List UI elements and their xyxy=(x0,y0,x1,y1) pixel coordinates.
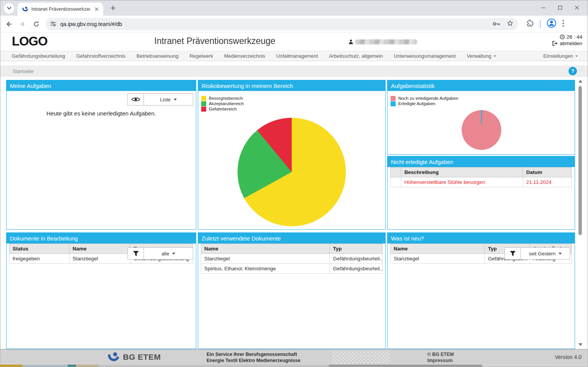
legend-swatch xyxy=(201,107,206,112)
chevron-down-icon xyxy=(575,55,578,57)
close-icon xyxy=(95,7,99,11)
filter-funnel-icon xyxy=(510,251,516,257)
reload-button[interactable] xyxy=(31,19,42,29)
liste-dropdown[interactable]: Liste xyxy=(144,94,193,105)
column-header[interactable]: Name xyxy=(69,244,131,254)
puzzle-icon xyxy=(527,19,534,27)
url-bar[interactable]: qa.ipw.gbv.msg.team/#/db xyxy=(45,18,518,30)
column-header[interactable]: Datum xyxy=(523,167,572,177)
table-row[interactable]: Höhenverstellbare Stühle besorgen 21.11.… xyxy=(391,177,572,187)
site-settings-icon xyxy=(50,21,57,27)
panel-title: Meine Aufgaben xyxy=(6,80,196,91)
panel-zuletzt-verwendete-dokumente: Zuletzt verwendete Dokumente Name Typ St… xyxy=(198,232,386,349)
panel-title: Dokumente in Bearbeitung xyxy=(6,233,196,244)
dokumente-controls: alle xyxy=(128,247,193,260)
panel-title: Aufgabenstatistik xyxy=(388,80,575,91)
column-header[interactable]: Name xyxy=(391,244,485,254)
panel-title: Nicht erledigte Aufgaben xyxy=(388,156,575,167)
chevron-down-icon xyxy=(559,253,562,255)
filter-button[interactable] xyxy=(128,248,144,259)
maximize-icon xyxy=(558,5,562,10)
nav-item-gefaehrdungsbeurteilung[interactable]: Gefährdungsbeurteilung xyxy=(12,53,65,59)
panel-title: Zuletzt verwendete Dokumente xyxy=(198,233,385,244)
seit-gestern-dropdown[interactable]: seit Gestern xyxy=(521,248,570,259)
tasks-pie-legend: Noch zu erledigende Aufgaben Erledigte A… xyxy=(391,96,458,107)
window-minimize-button[interactable] xyxy=(541,5,546,11)
meine-aufgaben-controls: Liste xyxy=(128,93,193,106)
was-ist-neu-controls: seit Gestern xyxy=(504,247,570,260)
url-text: qa.ipw.gbv.msg.team/#/db xyxy=(60,21,493,27)
nav-item-unfallmanagement[interactable]: Unfallmanagement xyxy=(276,53,318,59)
table-row[interactable]: Stanztiegel Gefährdungsbeurteil... xyxy=(201,254,383,264)
bottom-decoration-strip xyxy=(0,365,588,367)
dashboard: Meine Aufgaben Liste Heute gibt es keine… xyxy=(0,77,588,349)
password-key-icon[interactable] xyxy=(493,21,501,28)
column-header[interactable]: Typ xyxy=(330,244,383,254)
breadcrumb-bar: Startseite xyxy=(0,65,588,77)
panel-dokumente-in-bearbeitung: Dokumente in Bearbeitung alle xyxy=(6,232,196,349)
nav-item-verwaltung[interactable]: Verwaltung xyxy=(467,53,496,59)
key-icon xyxy=(493,22,501,26)
chevron-down-icon xyxy=(172,253,175,255)
nav-item-betriebsanweisung[interactable]: Betriebsanweisung xyxy=(137,53,179,59)
panel-title: Was ist neu? xyxy=(388,233,575,244)
scrollbar-up-arrow[interactable] xyxy=(578,80,582,83)
back-button[interactable] xyxy=(3,19,14,29)
nav-item-regelwerk[interactable]: Regelwerk xyxy=(189,53,213,59)
person-icon xyxy=(349,39,353,44)
column-header[interactable]: Beschreibung xyxy=(401,167,523,177)
browser-toolbar: qa.ipw.gbv.msg.team/#/db xyxy=(0,16,588,32)
scrollbar-down-arrow[interactable] xyxy=(578,343,582,346)
column-header[interactable]: Name xyxy=(201,244,330,254)
column-header[interactable]: Status xyxy=(10,244,69,254)
legend-swatch xyxy=(201,101,206,106)
reload-icon xyxy=(33,21,40,28)
help-icon[interactable] xyxy=(569,67,577,75)
bookmark-star-icon[interactable] xyxy=(507,20,514,28)
logout-button[interactable]: abmelden xyxy=(552,40,582,47)
table-row[interactable]: Spiritus, Ethanol; Kleinstmenge Gefährdu… xyxy=(201,264,383,274)
view-toggle-button[interactable] xyxy=(128,94,144,105)
alle-dropdown[interactable]: alle xyxy=(144,248,193,259)
tab-close-button[interactable] xyxy=(93,6,100,13)
browser-tab[interactable]: Intranet Präventionswerkzeuge xyxy=(18,3,103,16)
window-close-button[interactable] xyxy=(575,5,579,11)
arrow-right-icon xyxy=(19,20,26,28)
panel-meine-aufgaben: Meine Aufgaben Liste Heute gibt es keine… xyxy=(6,80,196,230)
extensions-button[interactable] xyxy=(527,19,534,28)
nav-item-unterweisungsmanagement[interactable]: Unterweisungsmanagement xyxy=(394,53,456,59)
legend-swatch xyxy=(391,96,396,101)
nav-item-arbeitsschutz[interactable]: Arbeitsschutz, allgemein xyxy=(329,53,383,59)
legend-swatch xyxy=(391,101,396,106)
browser-tab-strip: Intranet Präventionswerkzeuge xyxy=(0,0,588,16)
user-name-redacted xyxy=(355,39,417,44)
nav-item-gefahrstoffverzeichnis[interactable]: Gefahrstoffverzeichnis xyxy=(76,53,126,59)
logout-icon xyxy=(552,41,558,46)
logout-label: abmelden xyxy=(560,40,582,47)
footer-dot-pattern xyxy=(332,351,390,364)
profile-avatar-button[interactable] xyxy=(547,18,556,29)
nav-item-medienverzeichnis[interactable]: Medienverzeichnis xyxy=(224,53,265,59)
browser-menu-button[interactable] xyxy=(562,20,564,28)
nav-item-einstellungen[interactable]: Einstellungen xyxy=(543,53,578,59)
session-timer: 26 : 44 xyxy=(552,34,582,40)
breadcrumb[interactable]: Startseite xyxy=(13,68,34,74)
session-time: 26 : 44 xyxy=(567,34,582,40)
filter-button[interactable] xyxy=(505,248,521,259)
main-nav: Gefährdungsbeurteilung Gefahrstoffverzei… xyxy=(0,51,588,61)
content-scrollbar[interactable] xyxy=(577,79,583,347)
window-maximize-button[interactable] xyxy=(558,5,562,11)
no-tasks-message: Heute gibt es keine unerledigten Aufgabe… xyxy=(6,110,196,117)
chevron-down-icon xyxy=(174,99,177,101)
new-tab-button[interactable] xyxy=(108,3,118,13)
chevron-down-icon xyxy=(7,6,11,10)
impressum-link[interactable]: Impressum xyxy=(427,357,454,364)
forward-button[interactable] xyxy=(17,19,28,29)
tab-search-button[interactable] xyxy=(4,3,14,13)
column-header-blank[interactable] xyxy=(391,167,401,177)
page-title: Intranet Präventionswerkzeuge xyxy=(154,36,275,46)
recent-documents-table: Name Typ Stanztiegel Gefährdungsbeurteil… xyxy=(201,244,383,274)
scrollbar-thumb[interactable] xyxy=(578,86,582,235)
footer-copyright: © BG ETEM xyxy=(427,351,454,357)
minimize-icon xyxy=(541,5,546,10)
